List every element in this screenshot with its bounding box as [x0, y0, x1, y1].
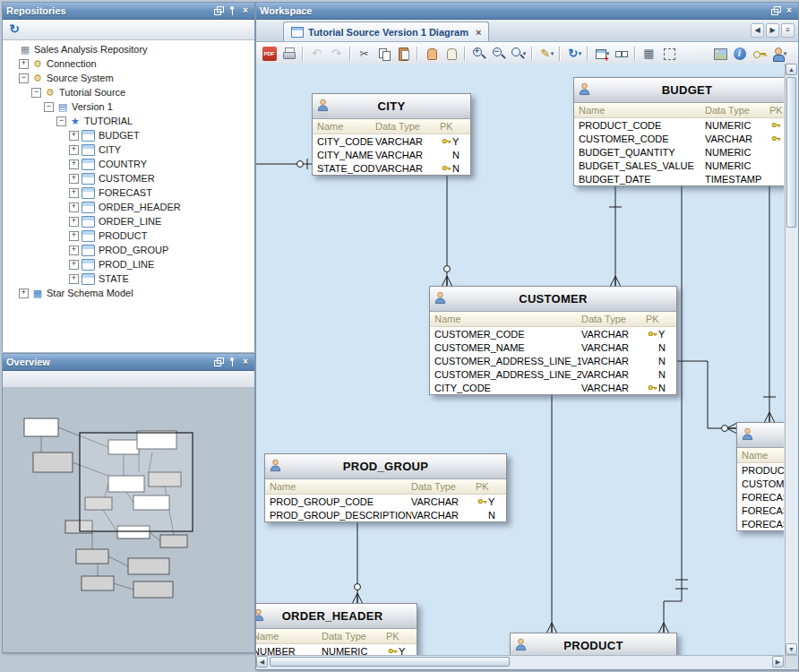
entity-row[interactable]: CUSTOMER_ — [737, 477, 784, 490]
draw-button[interactable]: ▾ — [537, 44, 555, 63]
tree-item-sales-analysis-repository[interactable]: ▦Sales Analysis Repository — [3, 42, 254, 56]
entity-row[interactable]: BUDGET_QUANTITYNUMERIC — [574, 145, 784, 159]
horizontal-scroll-thumb[interactable] — [270, 657, 510, 667]
entity-row[interactable]: BUDGET_SALES_VALUENUMERIC — [574, 159, 784, 172]
tree-toggle-icon[interactable]: + — [69, 217, 79, 227]
entity-forecast-partial[interactable]: NameData TypePKPRODUCT_CUSTOMER_FORECAST… — [736, 422, 784, 531]
vertical-scroll-thumb[interactable] — [786, 77, 796, 228]
redo-button[interactable] — [327, 44, 346, 63]
entity-row[interactable]: FORECAST_ — [737, 490, 784, 504]
grid-button[interactable] — [640, 44, 658, 63]
add-entity-button[interactable]: ▾ — [592, 44, 611, 63]
tree-item-customer[interactable]: +CUSTOMER — [3, 171, 254, 185]
entity-row[interactable]: CUSTOMER_ADDRESS_LINE_1VARCHARN — [430, 354, 676, 367]
scroll-up-arrow[interactable]: ▲ — [786, 64, 797, 75]
scroll-down-arrow[interactable]: ▼ — [786, 643, 797, 655]
undo-button[interactable] — [307, 44, 326, 63]
entity-product[interactable]: PRODUCTNameData TypePK — [510, 633, 677, 655]
tree-toggle-icon[interactable]: + — [69, 260, 79, 270]
print-button[interactable] — [279, 44, 298, 63]
relationship-line[interactable] — [763, 183, 776, 422]
entity-city[interactable]: CITYNameData TypePKCITY_CODEVARCHARYCITY… — [312, 93, 471, 176]
entity-row[interactable]: CUSTOMER_CODEVARCHAR — [574, 132, 784, 145]
entity-row[interactable]: BUDGET_DATETIMESTAMP — [574, 172, 784, 185]
tree-item-connection[interactable]: +⚙Connection — [3, 56, 254, 71]
entity-budget[interactable]: BUDGETNameData TypePKPRODUCT_CODENUMERIC… — [573, 77, 784, 186]
entity-row[interactable]: NUMBERNUMERICY — [256, 644, 417, 655]
tree-toggle-icon[interactable]: + — [69, 131, 79, 141]
entity-row[interactable]: PROD_GROUP_DESCRIPTIONVARCHARN — [265, 508, 506, 521]
tree-item-version-1[interactable]: −▤Version 1 — [3, 99, 254, 114]
tree-toggle-icon[interactable]: − — [31, 88, 41, 98]
paste-button[interactable] — [394, 44, 413, 63]
tree-toggle-icon[interactable]: + — [69, 159, 79, 169]
entity-row[interactable]: STATE_CODEVARCHARN — [313, 161, 470, 175]
tree-toggle-icon[interactable]: − — [56, 116, 66, 126]
scroll-left-arrow[interactable]: ◀ — [256, 656, 268, 668]
add-relation-button[interactable] — [612, 44, 631, 63]
overview-minimap[interactable] — [3, 388, 254, 652]
tree-toggle-icon[interactable]: + — [19, 59, 29, 69]
minimap-viewport[interactable] — [80, 433, 193, 531]
relationship-line[interactable] — [353, 520, 363, 603]
entity-row[interactable]: PRODUCT_CODENUMERIC — [574, 118, 784, 132]
tree-item-tutorial-source[interactable]: −⚙Tutorial Source — [3, 85, 254, 99]
entity-row[interactable]: CITY_NAMEVARCHARN — [313, 148, 470, 161]
relationship-line[interactable] — [256, 159, 312, 169]
entity-row[interactable]: CITY_CODEVARCHARY — [313, 134, 470, 148]
tree-toggle-icon[interactable]: + — [69, 174, 79, 184]
tree-toggle-icon[interactable]: + — [69, 145, 79, 155]
tree-item-prod-line[interactable]: +PROD_LINE — [3, 257, 254, 271]
float-panel-icon[interactable] — [213, 5, 224, 16]
zoom-out-button[interactable]: − — [489, 44, 508, 63]
tree-toggle-icon[interactable]: − — [44, 102, 54, 112]
tree-item-state[interactable]: +STATE — [3, 271, 254, 286]
tree-item-tutorial[interactable]: −★TUTORIAL — [3, 114, 254, 128]
select-button[interactable] — [659, 44, 678, 63]
float-panel-icon[interactable] — [213, 357, 224, 367]
close-panel-icon[interactable]: × — [240, 5, 251, 16]
entity-row[interactable]: FORECAST_ — [737, 504, 784, 517]
add-user-button[interactable]: ▾ — [769, 44, 788, 63]
copy-button[interactable] — [374, 44, 393, 63]
scroll-right-arrow[interactable]: ▶ — [772, 656, 784, 668]
tree-item-star-schema-model[interactable]: +▦Star Schema Model — [3, 286, 254, 300]
diagram-canvas[interactable]: CITYNameData TypePKCITY_CODEVARCHARYCITY… — [256, 64, 784, 655]
tree-toggle-icon[interactable]: + — [69, 274, 79, 284]
relationship-line[interactable] — [547, 392, 557, 633]
pin-panel-icon[interactable] — [227, 5, 237, 16]
pan-alt-button[interactable] — [442, 44, 460, 63]
relationship-line[interactable] — [442, 172, 452, 286]
entity-row[interactable]: CITY_CODEVARCHARN — [430, 381, 676, 394]
relationship-line[interactable] — [609, 183, 622, 286]
entity-order-header[interactable]: ORDER_HEADERNameData TypePKNUMBERNUMERIC… — [256, 603, 417, 655]
refresh-button[interactable]: ▾ — [564, 44, 583, 63]
scroll-tabs-right-button[interactable]: ▶ — [766, 23, 779, 38]
zoom-in-button[interactable]: + — [469, 44, 488, 63]
entity-row[interactable]: FORECAST_ — [737, 517, 784, 530]
tree-item-order-header[interactable]: +ORDER_HEADER — [3, 200, 254, 214]
tree-toggle-icon[interactable]: + — [69, 231, 79, 241]
float-panel-icon[interactable] — [770, 5, 781, 16]
tree-item-product[interactable]: +PRODUCT — [3, 228, 254, 243]
entity-row[interactable]: CUSTOMER_CODEVARCHARY — [430, 327, 676, 340]
info-button[interactable] — [730, 44, 749, 63]
pan-button[interactable] — [422, 44, 441, 63]
close-panel-icon[interactable]: × — [240, 357, 251, 367]
key-button[interactable] — [750, 44, 769, 63]
tree-item-prod-group[interactable]: +PROD_GROUP — [3, 243, 254, 257]
tree-item-source-system[interactable]: −⚙Source System — [3, 71, 254, 85]
vertical-scrollbar[interactable]: ▲ ▼ — [785, 64, 798, 655]
entity-customer[interactable]: CUSTOMERNameData TypePKCUSTOMER_CODEVARC… — [429, 286, 677, 395]
tree-item-city[interactable]: +CITY — [3, 142, 254, 157]
horizontal-scrollbar[interactable]: ◀ ▶ — [256, 655, 784, 668]
entity-prod-group[interactable]: PROD_GROUPNameData TypePKPROD_GROUP_CODE… — [264, 453, 507, 522]
tab-close-icon[interactable]: × — [476, 27, 481, 38]
tree-toggle-icon[interactable]: + — [19, 289, 29, 298]
close-panel-icon[interactable]: × — [784, 5, 795, 16]
tab-tutorial-source-version-1-diagram[interactable]: Tutorial Source Version 1 Diagram × — [283, 22, 489, 41]
tree-item-country[interactable]: +COUNTRY — [3, 157, 254, 171]
image-button[interactable] — [710, 44, 729, 63]
cut-button[interactable] — [355, 44, 374, 63]
refresh-repository-icon[interactable]: ↻ — [6, 22, 22, 38]
